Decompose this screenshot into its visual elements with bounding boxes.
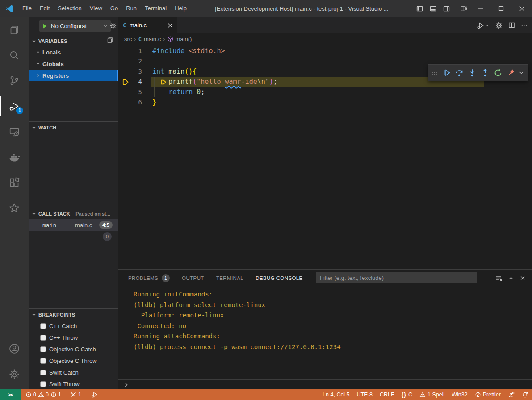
- breakpoint-checkbox[interactable]: [40, 370, 46, 375]
- menu-selection[interactable]: Selection: [54, 0, 85, 17]
- breakpoint-checkbox[interactable]: [40, 335, 46, 341]
- chevron-down-icon[interactable]: [518, 66, 525, 79]
- breadcrumb-symbol[interactable]: main(): [176, 36, 192, 42]
- clear-console-icon[interactable]: [495, 275, 503, 282]
- run-or-debug-button[interactable]: [477, 21, 490, 29]
- step-over-icon[interactable]: [453, 66, 465, 79]
- code-text[interactable]: printf("hello wamr-ide\n");: [152, 77, 277, 87]
- variables-header[interactable]: VARIABLES: [29, 35, 118, 46]
- toolbar-drag-grip-icon[interactable]: [430, 66, 439, 79]
- gutter-glyph-margin[interactable]: [118, 56, 129, 67]
- code-text[interactable]: }: [152, 97, 156, 108]
- split-editor-icon[interactable]: [508, 22, 515, 29]
- toggle-secondary-sidebar-icon[interactable]: [440, 0, 453, 17]
- settings-gear-icon[interactable]: [495, 22, 503, 29]
- activity-item-explorer[interactable]: [0, 17, 29, 42]
- menu-view[interactable]: View: [86, 0, 106, 17]
- notifications-bell-icon[interactable]: [518, 392, 532, 398]
- breakpoint-checkbox[interactable]: [40, 323, 46, 329]
- breakpoint-row[interactable]: C++ Catch: [29, 320, 118, 332]
- problems-status[interactable]: 0 0 1: [23, 389, 64, 400]
- breakpoints-header[interactable]: BREAKPOINTS: [29, 309, 118, 320]
- gutter-glyph-margin[interactable]: [118, 67, 129, 77]
- menu-help[interactable]: Help: [171, 0, 191, 17]
- watch-header[interactable]: WATCH: [29, 122, 118, 133]
- toggle-primary-sidebar-icon[interactable]: [413, 0, 426, 17]
- open-launch-json-gear-icon[interactable]: [110, 22, 117, 29]
- panel-tab-problems[interactable]: PROBLEMS1: [128, 270, 170, 286]
- menu-run[interactable]: Run: [122, 0, 141, 17]
- feedback-icon[interactable]: [504, 392, 518, 398]
- variables-item-locals[interactable]: Locals: [29, 46, 118, 58]
- panel-tab-terminal[interactable]: TERMINAL: [216, 270, 243, 286]
- activity-item-bookmarks[interactable]: [0, 195, 29, 221]
- debug-console-input[interactable]: [118, 379, 532, 389]
- breakpoint-row[interactable]: Swift Catch: [29, 367, 118, 378]
- cursor-position[interactable]: Ln 4, Col 5: [319, 392, 353, 398]
- gutter-glyph-margin[interactable]: [118, 87, 129, 97]
- start-debugging-icon[interactable]: [42, 23, 48, 29]
- panel-tab-debug-console[interactable]: DEBUG CONSOLE: [256, 270, 303, 286]
- gutter-glyph-margin[interactable]: [118, 97, 129, 108]
- menu-file[interactable]: File: [18, 0, 36, 17]
- variables-item-globals[interactable]: Globals: [29, 58, 118, 70]
- breadcrumb-folder[interactable]: src: [124, 36, 132, 42]
- collapse-all-icon[interactable]: [107, 37, 113, 44]
- menu-terminal[interactable]: Terminal: [141, 0, 171, 17]
- menu-edit[interactable]: Edit: [36, 0, 54, 17]
- activity-item-docker[interactable]: [0, 144, 29, 170]
- gutter-glyph-margin[interactable]: [118, 46, 129, 56]
- formatter-status[interactable]: Prettier: [471, 392, 504, 398]
- activity-item-source-control[interactable]: [0, 68, 29, 93]
- breakpoint-row[interactable]: C++ Throw: [29, 332, 118, 343]
- maximize-button[interactable]: [491, 0, 511, 17]
- launch-configuration-dropdown[interactable]: No Configurat: [39, 20, 111, 32]
- code-text[interactable]: #include <stdio.h>: [152, 46, 225, 56]
- remote-indicator[interactable]: ><: [0, 389, 21, 400]
- menu-go[interactable]: Go: [106, 0, 122, 17]
- step-out-icon[interactable]: [479, 66, 491, 79]
- step-into-icon[interactable]: [466, 66, 478, 79]
- platform-target[interactable]: Win32: [448, 392, 471, 398]
- activity-item-settings[interactable]: [0, 361, 29, 387]
- close-panel-icon[interactable]: [519, 275, 526, 281]
- breadcrumb-file[interactable]: main.c: [144, 36, 161, 42]
- continue-icon[interactable]: [440, 66, 452, 79]
- close-button[interactable]: [511, 0, 532, 17]
- language-mode[interactable]: {} C: [398, 392, 416, 398]
- breakpoint-row[interactable]: Swift Throw: [29, 378, 118, 389]
- minimize-button[interactable]: [470, 0, 491, 17]
- eol-sequence[interactable]: CRLF: [376, 392, 398, 398]
- customize-layout-icon[interactable]: [457, 0, 470, 17]
- activity-item-run-and-debug[interactable]: 1: [0, 93, 29, 119]
- restart-icon[interactable]: [492, 66, 504, 79]
- call-stack-header[interactable]: CALL STACK Paused on st...: [29, 208, 118, 219]
- code-editor[interactable]: 1#include <stdio.h>23int main(){4 printf…: [118, 45, 532, 269]
- tab-main-c[interactable]: C main.c: [118, 17, 178, 33]
- variables-item-registers[interactable]: Registers: [29, 70, 118, 81]
- console-filter-input[interactable]: [316, 272, 477, 283]
- code-text[interactable]: return 0;: [152, 87, 205, 97]
- breakpoint-row[interactable]: Objective C Catch: [29, 343, 118, 355]
- breakpoint-checkbox[interactable]: [40, 346, 46, 352]
- panel-tab-output[interactable]: OUTPUT: [182, 270, 204, 286]
- tools-status[interactable]: 1: [67, 389, 84, 400]
- debug-console-output[interactable]: Running initCommands:(lldb) platform sel…: [118, 286, 532, 379]
- breakpoint-row[interactable]: Objective C Throw: [29, 355, 118, 367]
- breakpoint-checkbox[interactable]: [40, 358, 46, 364]
- stack-frame-row[interactable]: main main.c 4:5: [29, 219, 118, 231]
- spell-checker-status[interactable]: 1 Spell: [416, 392, 448, 398]
- disconnect-icon[interactable]: [505, 66, 517, 79]
- debug-status-icon[interactable]: [88, 389, 101, 400]
- code-text[interactable]: int main(){: [152, 67, 197, 77]
- breakpoint-checkbox[interactable]: [40, 381, 46, 387]
- activity-item-account[interactable]: [0, 336, 29, 361]
- encoding[interactable]: UTF-8: [353, 392, 376, 398]
- activity-item-remote-explorer[interactable]: [0, 119, 29, 144]
- tab-close-icon[interactable]: [168, 23, 173, 28]
- more-actions-icon[interactable]: [521, 22, 528, 29]
- execution-pointer-icon[interactable]: [118, 77, 129, 87]
- activity-item-search[interactable]: [0, 42, 29, 68]
- toggle-panel-icon[interactable]: [426, 0, 440, 17]
- maximize-panel-icon[interactable]: [508, 275, 514, 281]
